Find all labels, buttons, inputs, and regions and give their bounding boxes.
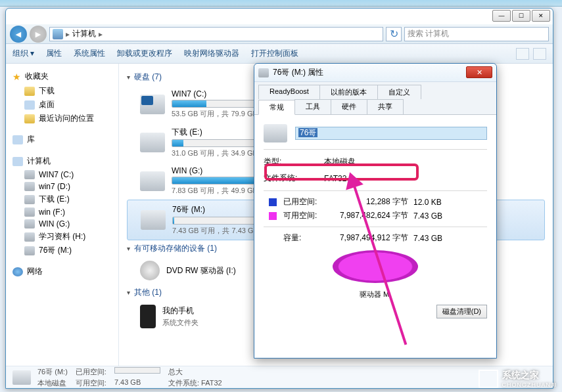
status-type: 本地磁盘 [37,378,68,388]
drive-icon [24,207,35,217]
toolbar-properties[interactable]: 属性 [46,48,62,59]
sidebar-item-downloads[interactable]: 下载 [6,84,118,98]
close-button[interactable]: ✕ [532,10,550,22]
sidebar-network[interactable]: 网络 [6,264,118,279]
sidebar-item-recent[interactable]: 最近访问的位置 [6,112,118,125]
tab-general[interactable]: 常规 [258,100,295,115]
status-bar: 76哥 (M:) 已用空间: 总大 本地磁盘 可用空间: 7.43 GB 文件系… [6,366,553,388]
sidebar-item-drive[interactable]: WIN (G:) [6,218,118,230]
view-button[interactable] [516,48,529,60]
used-label: 已用空间: [283,196,331,207]
navigation-bar: ◄ ► ▸ 计算机 ▸ ↻ 搜索 计算机 [6,24,553,44]
tab-strip: ReadyBoost 以前的版本 自定义 常规 工具 硬件 共享 [254,82,496,115]
toolbar-control-panel[interactable]: 打开控制面板 [251,48,298,59]
tab-customize[interactable]: 自定义 [377,85,421,99]
sidebar-favorites[interactable]: ★收藏夹 [6,69,118,84]
type-value: 本地磁盘 [324,156,356,167]
sidebar-item-drive[interactable]: 下载 (E:) [6,192,118,206]
status-used-label: 已用空间: [76,367,106,377]
free-label: 可用空间: [283,210,331,221]
space-pie-chart [333,250,418,283]
minimize-button[interactable]: — [492,10,511,22]
watermark: 系统之家 CHONGZHUANJI [479,370,557,388]
forward-button[interactable]: ► [30,26,47,43]
status-used-bar [114,367,160,374]
free-human: 7.43 GB [413,211,453,221]
sidebar-item-desktop[interactable]: 桌面 [6,98,118,112]
status-free-val: 7.43 GB [114,378,160,388]
dialog-close-button[interactable]: ✕ [466,66,492,78]
tab-tools[interactable]: 工具 [294,99,331,114]
drive-icon [24,219,35,229]
volume-label-input[interactable]: 76哥 [295,127,487,140]
free-bytes: 7,987,482,624 字节 [336,210,408,221]
maximize-button[interactable]: ☐ [512,10,530,22]
drive-icon [24,195,35,204]
refresh-button[interactable]: ↻ [386,27,402,41]
drive-icon [140,171,165,191]
folder-icon [24,114,35,123]
filesystem-label: 文件系统: [264,173,316,184]
drive-icon [12,370,31,385]
type-label: 类型: [264,156,316,167]
drive-icon [24,246,35,255]
status-name: 76哥 (M:) [37,367,68,377]
network-icon [12,267,23,276]
help-button[interactable] [533,48,546,60]
toolbar-map-drive[interactable]: 映射网络驱动器 [184,48,239,59]
sidebar: ★收藏夹 下载 桌面 最近访问的位置 库 计算机 WIN7 (C:) win7 … [6,64,119,366]
drive-icon [24,170,35,179]
watermark-logo-icon [479,370,498,388]
sidebar-item-drive[interactable]: WIN7 (C:) [6,169,118,181]
sidebar-item-drive[interactable]: win (F:) [6,206,118,218]
used-bytes: 12,288 字节 [336,196,408,207]
used-human: 12.0 KB [413,198,453,207]
toolbar-uninstall[interactable]: 卸载或更改程序 [117,48,172,59]
capacity-label: 容量: [283,232,331,244]
breadcrumb[interactable]: ▸ 计算机 ▸ [49,27,383,41]
computer-icon [53,29,63,39]
sidebar-item-drive[interactable]: 学习资料 (H:) [6,230,118,244]
capacity-human: 7.43 GB [413,234,453,243]
toolbar-system-properties[interactable]: 系统属性 [74,48,105,59]
dialog-titlebar[interactable]: 76哥 (M:) 属性 [254,64,496,82]
phone-icon [140,305,156,328]
sidebar-item-drive[interactable]: 76哥 (M:) [6,244,118,257]
drive-icon [258,68,269,77]
back-button[interactable]: ◄ [10,26,27,43]
search-placeholder: 搜索 计算机 [408,28,449,39]
properties-dialog: 76哥 (M:) 属性 ✕ ReadyBoost 以前的版本 自定义 常规 工具… [254,63,497,359]
properties-body: 76哥 类型: 本地磁盘 文件系统: FAT32 已用空间: 12,288 字节… [254,115,496,309]
capacity-bytes: 7,987,494,912 字节 [336,232,408,244]
status-total-label: 总大 [168,367,222,377]
breadcrumb-root[interactable]: 计算机 [72,28,96,39]
drive-icon [264,124,287,142]
tab-readyboost[interactable]: ReadyBoost [258,85,320,99]
toolbar-organize[interactable]: 组织 ▾ [12,48,34,59]
dialog-title: 76哥 (M:) 属性 [273,67,323,78]
desktop-icon [24,100,35,110]
dvd-icon [140,261,160,280]
used-color-icon [269,198,277,206]
drive-icon [24,182,35,191]
sidebar-item-drive[interactable]: win7 (D:) [6,181,118,192]
library-icon [12,135,23,144]
free-color-icon [269,212,277,220]
drive-icon [140,133,165,152]
search-input[interactable]: 搜索 计算机 [404,27,549,41]
folder-icon [24,87,35,96]
filesystem-value: FAT32 [324,174,346,183]
pie-label: 驱动器 M: [264,290,487,299]
drive-icon [141,210,166,230]
drive-icon [140,95,165,114]
sidebar-computer[interactable]: 计算机 [6,154,118,169]
sidebar-libraries[interactable]: 库 [6,132,118,147]
star-icon: ★ [12,72,21,82]
tab-previous-versions[interactable]: 以前的版本 [319,85,378,99]
toolbar: 组织 ▾ 属性 系统属性 卸载或更改程序 映射网络驱动器 打开控制面板 [6,44,553,64]
computer-icon [12,157,23,166]
drive-icon [24,232,35,242]
disk-cleanup-button[interactable]: 磁盘清理(D) [436,305,487,318]
tab-hardware[interactable]: 硬件 [331,99,367,114]
tab-sharing[interactable]: 共享 [367,99,404,114]
